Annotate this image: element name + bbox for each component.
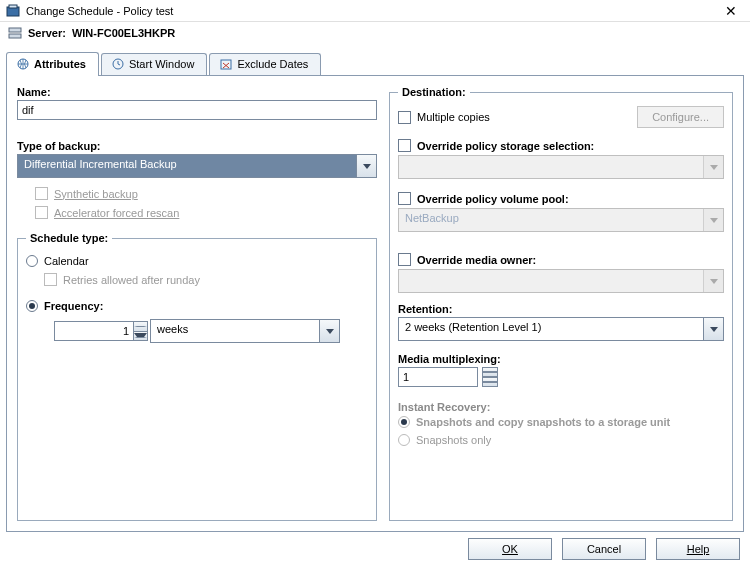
backup-type-value: Differential Incremental Backup (18, 155, 356, 177)
window-title: Change Schedule - Policy test (26, 5, 716, 17)
retries-label: Retries allowed after runday (63, 274, 200, 286)
spin-up-icon[interactable] (482, 367, 498, 377)
retention-label: Retention: (398, 303, 724, 315)
retention-select[interactable]: 2 weeks (Retention Level 1) (398, 317, 724, 341)
frequency-spinner[interactable] (134, 321, 148, 341)
tab-strip: Attributes Start Window Exclude Dates (6, 52, 744, 76)
radio-icon (26, 300, 38, 312)
schedule-type-group: Schedule type: Calendar Retries allowed … (17, 232, 377, 521)
svg-rect-1 (9, 5, 17, 8)
chevron-down-icon[interactable] (319, 320, 339, 342)
spin-down-icon[interactable] (482, 377, 498, 387)
tab-label: Start Window (129, 58, 194, 70)
media-multiplexing-input[interactable] (398, 367, 478, 387)
media-multiplexing-row (398, 367, 724, 387)
spin-up-icon[interactable] (134, 322, 147, 332)
synthetic-backup-checkbox: Synthetic backup (35, 184, 377, 203)
frequency-label: Frequency: (44, 300, 103, 312)
frequency-unit-select[interactable]: weeks (150, 319, 340, 343)
media-multiplexing-spinner[interactable] (482, 367, 498, 387)
chevron-down-icon (703, 270, 723, 292)
spin-down-icon[interactable] (134, 332, 147, 341)
instant-recovery-legend: Instant Recovery: (398, 401, 724, 413)
radio-icon (26, 255, 38, 267)
pool-select: NetBackup (398, 208, 724, 232)
help-label: Help (687, 543, 710, 555)
help-button[interactable]: Help (656, 538, 740, 560)
backup-type-label: Type of backup: (17, 140, 377, 152)
svg-rect-3 (9, 34, 21, 38)
override-owner-checkbox[interactable]: Override media owner: (398, 250, 724, 269)
left-column: Name: Type of backup: Differential Incre… (17, 86, 377, 521)
backup-type-select[interactable]: Differential Incremental Backup (17, 154, 377, 178)
name-input[interactable] (17, 100, 377, 120)
server-bar: Server: WIN-FC00EL3HKPR (0, 22, 750, 44)
accelerator-label: Accelerator forced rescan (54, 207, 179, 219)
multiple-copies-row: Multiple copies Configure... (398, 106, 724, 128)
owner-value (399, 270, 703, 292)
ir-copy-label: Snapshots and copy snapshots to a storag… (416, 416, 670, 428)
radio-icon (398, 434, 410, 446)
checkbox-icon (44, 273, 57, 286)
right-column: Destination: Multiple copies Configure..… (389, 86, 733, 521)
checkbox-icon (35, 187, 48, 200)
tab-body: Name: Type of backup: Differential Incre… (6, 76, 744, 532)
storage-select (398, 155, 724, 179)
destination-legend: Destination: (398, 86, 470, 98)
svg-rect-2 (9, 28, 21, 32)
retries-checkbox: Retries allowed after runday (44, 270, 368, 289)
synthetic-label: Synthetic backup (54, 188, 138, 200)
checkbox-icon (398, 192, 411, 205)
multiple-copies-checkbox[interactable]: Multiple copies (398, 108, 627, 127)
frequency-radio[interactable]: Frequency: (26, 297, 368, 315)
destination-group: Destination: Multiple copies Configure..… (389, 86, 733, 521)
calendar-radio[interactable]: Calendar (26, 252, 368, 270)
close-button[interactable]: ✕ (716, 1, 746, 21)
tab-exclude-dates[interactable]: Exclude Dates (209, 53, 321, 75)
ok-label: OK (502, 543, 518, 555)
frequency-unit-value: weeks (151, 320, 319, 342)
chevron-down-icon (703, 156, 723, 178)
frequency-row: weeks (54, 319, 368, 343)
checkbox-icon (398, 253, 411, 266)
storage-value (399, 156, 703, 178)
tab-label: Attributes (34, 58, 86, 70)
ok-button[interactable]: OK (468, 538, 552, 560)
tab-attributes[interactable]: Attributes (6, 52, 99, 76)
override-storage-checkbox[interactable]: Override policy storage selection: (398, 136, 724, 155)
retention-value: 2 weeks (Retention Level 1) (399, 318, 703, 340)
chevron-down-icon[interactable] (703, 318, 723, 340)
cancel-button[interactable]: Cancel (562, 538, 646, 560)
calendar-x-icon (220, 58, 232, 70)
configure-label: Configure... (652, 111, 709, 123)
app-icon (6, 4, 20, 18)
override-owner-label: Override media owner: (417, 254, 536, 266)
svg-rect-6 (221, 60, 231, 69)
ir-only-radio: Snapshots only (398, 431, 724, 449)
radio-icon (398, 416, 410, 428)
tab-label: Exclude Dates (237, 58, 308, 70)
frequency-value-input[interactable] (54, 321, 134, 341)
media-multiplexing-label: Media multiplexing: (398, 353, 724, 365)
server-label: Server: (28, 27, 66, 39)
title-bar: Change Schedule - Policy test ✕ (0, 0, 750, 22)
clock-icon (112, 58, 124, 70)
configure-button: Configure... (637, 106, 724, 128)
schedule-type-legend: Schedule type: (26, 232, 112, 244)
chevron-down-icon[interactable] (356, 155, 376, 177)
cancel-label: Cancel (587, 543, 621, 555)
pool-value: NetBackup (399, 209, 703, 231)
override-storage-label: Override policy storage selection: (417, 140, 594, 152)
server-icon (8, 26, 22, 40)
accelerator-rescan-checkbox: Accelerator forced rescan (35, 203, 377, 222)
dialog-footer: OK Cancel Help (468, 538, 740, 560)
calendar-label: Calendar (44, 255, 89, 267)
tab-start-window[interactable]: Start Window (101, 53, 207, 75)
multiple-copies-label: Multiple copies (417, 111, 490, 123)
name-label: Name: (17, 86, 377, 98)
override-pool-checkbox[interactable]: Override policy volume pool: (398, 189, 724, 208)
checkbox-icon (398, 111, 411, 124)
globe-icon (17, 58, 29, 70)
checkbox-icon (35, 206, 48, 219)
override-pool-label: Override policy volume pool: (417, 193, 569, 205)
